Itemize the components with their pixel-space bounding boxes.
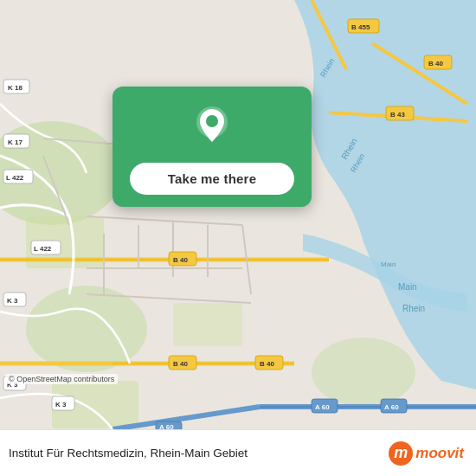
moovit-icon: m [389,441,413,466]
map-svg: Rhein Rhein Main [0,0,476,429]
map-attribution: © OpenStreetMap contributors [5,374,118,384]
svg-text:B 40: B 40 [173,360,188,368]
svg-text:B 43: B 43 [390,111,405,119]
svg-text:Rhein: Rhein [402,304,425,313]
svg-text:Main: Main [381,261,396,268]
navigation-card: Take me there [113,87,312,207]
svg-text:B 40: B 40 [428,60,443,68]
svg-text:L 422: L 422 [6,174,24,182]
svg-text:B 40: B 40 [260,360,274,368]
svg-text:A 60: A 60 [384,403,399,411]
svg-text:K 18: K 18 [8,84,23,92]
svg-text:B 40: B 40 [173,256,188,264]
svg-text:A 60: A 60 [159,423,174,429]
svg-rect-5 [173,303,242,346]
svg-text:A 60: A 60 [315,403,330,411]
svg-text:K 17: K 17 [8,138,23,146]
svg-text:B 455: B 455 [351,23,370,31]
map-area[interactable]: Rhein Rhein Main [0,0,476,429]
place-name: Institut Für Rechtsmedizin, Rhein-Main G… [9,447,389,460]
svg-text:Main: Main [398,282,417,292]
svg-text:K 3: K 3 [55,401,67,408]
location-pin-icon [189,104,235,151]
app-container: Rhein Rhein Main [0,0,476,476]
bottom-bar: Institut Für Rechtsmedizin, Rhein-Main G… [0,429,476,476]
take-me-there-button[interactable]: Take me there [130,163,294,195]
moovit-text: moovit [415,445,464,462]
svg-text:K 3: K 3 [7,297,18,305]
svg-text:L 422: L 422 [34,245,52,253]
svg-point-56 [206,115,218,127]
moovit-logo: m moovit [389,441,464,466]
svg-point-3 [312,338,415,407]
